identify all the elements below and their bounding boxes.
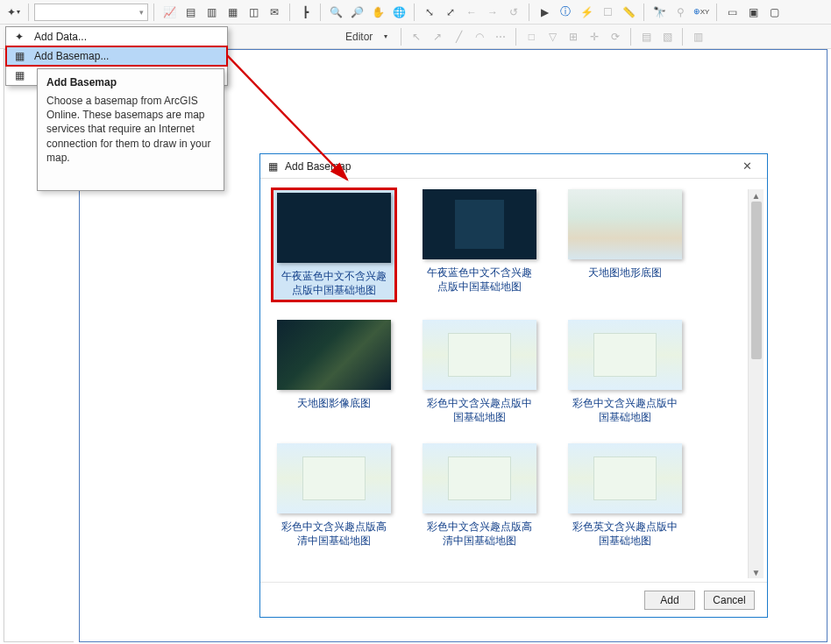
basemap-caption: 天地图影像底图 <box>277 397 391 411</box>
edit-segment-icon[interactable]: ↗ <box>428 27 447 46</box>
basemap-thumb-icon <box>423 320 536 390</box>
basemap-caption: 彩色中文含兴趣点版中国基础地图 <box>568 397 682 424</box>
editor-label: Editor <box>345 31 373 43</box>
hyperlink-icon[interactable]: ⚡ <box>577 3 596 22</box>
basemap-card[interactable]: 彩色中文含兴趣点版高清中国基础地图 <box>418 443 541 548</box>
tooltip-body: Choose a basemap from ArcGIS Online. The… <box>46 94 215 165</box>
basemap-gallery: 午夜蓝色中文不含兴趣点版中国基础地图 午夜蓝色中文不含兴趣点版中国基础地图 天地… <box>273 189 748 578</box>
find-icon[interactable]: 🔭 <box>650 3 669 22</box>
edit-pointer-icon[interactable]: ↖ <box>407 27 426 46</box>
dialog-button-row: Add Cancel <box>260 582 767 617</box>
cube-icon[interactable]: ◫ <box>244 3 263 22</box>
tooltip-title: Add Basemap <box>46 76 215 88</box>
menu-item-add-data[interactable]: ✦ Add Data... <box>6 27 227 46</box>
find-route-icon[interactable]: ⚲ <box>671 3 690 22</box>
edit-snap-icon[interactable]: ✛ <box>585 27 604 46</box>
table-icon[interactable]: ▦ <box>223 3 242 22</box>
cancel-button[interactable]: Cancel <box>704 591 755 610</box>
window-new-icon[interactable]: ▣ <box>743 3 763 22</box>
edit-trace-icon[interactable]: ▽ <box>543 27 562 46</box>
basemap-caption: 彩色英文含兴趣点版中国基础地图 <box>568 520 682 548</box>
envelope-icon[interactable]: ✉ <box>265 3 284 22</box>
back-extent-icon[interactable]: ← <box>462 3 481 22</box>
toolbar-separator <box>630 28 631 46</box>
html-popup-icon[interactable]: ☐ <box>598 3 617 22</box>
basemap-card[interactable]: 午夜蓝色中文不含兴趣点版中国基础地图 <box>418 189 541 301</box>
edit-arc-icon[interactable]: ◠ <box>470 27 489 46</box>
dialog-titlebar[interactable]: ▦ Add Basemap ✕ <box>260 154 767 179</box>
time-slider-icon[interactable]: ▭ <box>722 3 742 22</box>
menu-item-add-basemap[interactable]: ▦ Add Basemap... <box>6 46 227 66</box>
edit-line-icon[interactable]: ╱ <box>449 27 468 46</box>
basemap-caption: 午夜蓝色中文不含兴趣点版中国基础地图 <box>277 270 391 297</box>
pan-icon[interactable]: ✋ <box>368 3 387 22</box>
toolbar-separator <box>414 4 415 21</box>
edit-vertex-icon[interactable]: ⊞ <box>564 27 583 46</box>
basemap-card[interactable]: 天地图地形底图 <box>564 189 686 301</box>
basemap-card[interactable]: 彩色中文含兴趣点版中国基础地图 <box>418 320 541 424</box>
menu-item-label: Add Basemap... <box>34 50 109 62</box>
basemap-card[interactable]: 天地图影像底图 <box>273 320 395 424</box>
basemap-card[interactable]: 彩色英文含兴趣点版中国基础地图 <box>564 443 686 548</box>
edit-sketch-icon[interactable]: ▧ <box>657 27 677 46</box>
edit-template-icon[interactable]: ▥ <box>688 27 707 46</box>
basemap-thumb-icon <box>277 443 391 513</box>
chart-icon[interactable]: 📈 <box>160 3 179 22</box>
basemap-card[interactable]: 午夜蓝色中文不含兴趣点版中国基础地图 <box>273 189 395 301</box>
basemap-thumb-icon <box>423 443 536 513</box>
scale-combo[interactable]: ▾ <box>34 4 148 21</box>
basemap-thumb-icon <box>568 443 682 513</box>
toolbar-separator <box>153 4 154 21</box>
dashboard-icon[interactable]: ▤ <box>181 3 200 22</box>
gallery-scrollbar[interactable]: ▲ ▼ <box>748 189 764 578</box>
basemap-grid-icon: ▦ <box>11 69 27 81</box>
toolbar-separator <box>289 4 290 21</box>
basemap-thumb-icon <box>277 193 391 263</box>
dialog-add-basemap: ▦ Add Basemap ✕ 午夜蓝色中文不含兴趣点版中国基础地图 午夜蓝色中… <box>259 153 768 618</box>
toolbar-separator <box>515 28 516 46</box>
plus-yellow-icon: ✦ <box>11 31 27 43</box>
toolbar-separator <box>643 4 644 21</box>
dialog-title: Add Basemap <box>285 160 351 173</box>
basemap-thumb-icon <box>568 320 682 390</box>
basemap-thumb-icon <box>568 189 682 259</box>
zoom-out-icon[interactable]: 🔎 <box>347 3 366 22</box>
edit-attr-icon[interactable]: ▤ <box>636 27 656 46</box>
graph-icon[interactable]: ┣ <box>295 3 315 22</box>
identify-icon[interactable]: ⓘ <box>556 3 575 22</box>
zoom-in-icon[interactable]: 🔍 <box>326 3 345 22</box>
scroll-up-icon[interactable]: ▲ <box>749 189 764 202</box>
toolbar-separator <box>401 28 401 46</box>
full-extent-icon[interactable]: 🌐 <box>389 3 408 22</box>
select-arrow-icon[interactable]: ▶ <box>535 3 554 22</box>
dialog-body: 午夜蓝色中文不含兴趣点版中国基础地图 午夜蓝色中文不含兴趣点版中国基础地图 天地… <box>260 179 767 582</box>
adddata-split-button[interactable]: ✦▾ <box>4 3 23 22</box>
toolbar-separator <box>682 28 683 46</box>
measure-icon[interactable]: 📏 <box>619 3 638 22</box>
basemap-caption: 彩色中文含兴趣点版高清中国基础地图 <box>277 520 391 548</box>
goto-xy-icon[interactable]: ⊕XY <box>692 3 711 22</box>
basemap-card[interactable]: 彩色中文含兴趣点版中国基础地图 <box>564 320 686 424</box>
scroll-thumb[interactable] <box>751 202 762 359</box>
edit-midpoint-icon[interactable]: ⋯ <box>491 27 510 46</box>
toolbar-separator <box>320 4 321 21</box>
edit-rectangle-icon[interactable]: □ <box>522 27 541 46</box>
scroll-down-icon[interactable]: ▼ <box>749 566 764 578</box>
basemap-card[interactable]: 彩色中文含兴趣点版高清中国基础地图 <box>273 443 395 548</box>
zoom-full-out-icon[interactable]: ⤢ <box>441 3 460 22</box>
basemap-thumb-icon <box>277 320 391 390</box>
add-button[interactable]: Add <box>644 591 695 610</box>
undo-extent-icon[interactable]: ↺ <box>504 3 523 22</box>
editor-dropdown-icon[interactable]: ▾ <box>376 27 395 46</box>
fwd-extent-icon[interactable]: → <box>483 3 502 22</box>
toolbar-separator <box>28 4 29 21</box>
basemap-caption: 午夜蓝色中文不含兴趣点版中国基础地图 <box>423 266 536 294</box>
window-mag-icon[interactable]: ▢ <box>764 3 784 22</box>
layers-icon[interactable]: ▥ <box>202 3 221 22</box>
close-button[interactable]: ✕ <box>732 157 762 176</box>
basemap-thumb-icon <box>423 189 536 259</box>
edit-rotate-icon[interactable]: ⟳ <box>606 27 625 46</box>
basemap-grid-icon: ▦ <box>11 50 27 62</box>
zoom-full-in-icon[interactable]: ⤡ <box>420 3 439 22</box>
toolbar-separator <box>716 4 717 21</box>
